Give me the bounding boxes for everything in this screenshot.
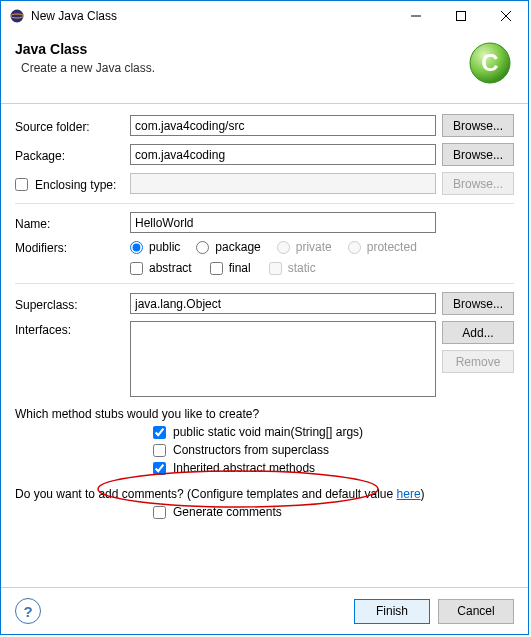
help-icon[interactable]: ?	[15, 598, 41, 624]
name-label: Name:	[15, 215, 130, 231]
stubs-question: Which method stubs would you like to cre…	[15, 407, 514, 421]
close-button[interactable]	[483, 1, 528, 31]
maximize-button[interactable]	[438, 1, 483, 31]
enclosing-type-label[interactable]: Enclosing type:	[15, 176, 130, 192]
separator	[15, 283, 514, 284]
superclass-input[interactable]	[130, 293, 436, 314]
modifier-public[interactable]: public	[130, 240, 180, 254]
minimize-button[interactable]	[393, 1, 438, 31]
interfaces-remove-button: Remove	[442, 350, 514, 373]
interfaces-add-button[interactable]: Add...	[442, 321, 514, 344]
separator	[15, 203, 514, 204]
enclosing-type-input	[130, 173, 436, 194]
modifier-final[interactable]: final	[210, 261, 251, 275]
generate-comments[interactable]: Generate comments	[153, 505, 514, 519]
class-icon: C	[466, 39, 514, 90]
superclass-label: Superclass:	[15, 296, 130, 312]
finish-button[interactable]: Finish	[354, 599, 430, 624]
stub-main[interactable]: public static void main(String[] args)	[153, 425, 514, 439]
package-label: Package:	[15, 147, 130, 163]
dialog-window: New Java Class Java Class Create a new J…	[0, 0, 529, 635]
modifier-static: static	[269, 261, 316, 275]
svg-text:C: C	[481, 49, 498, 76]
banner: Java Class Create a new Java class. C	[1, 31, 528, 104]
interfaces-list[interactable]	[130, 321, 436, 397]
comments-question: Do you want to add comments? (Configure …	[15, 487, 514, 501]
enclosing-type-checkbox[interactable]	[15, 178, 28, 191]
eclipse-icon	[9, 8, 25, 24]
modifier-abstract[interactable]: abstract	[130, 261, 192, 275]
svg-point-0	[11, 10, 24, 23]
package-browse-button[interactable]: Browse...	[442, 143, 514, 166]
window-title: New Java Class	[31, 9, 393, 23]
interfaces-label: Interfaces:	[15, 321, 130, 337]
configure-link[interactable]: here	[397, 487, 421, 501]
banner-subheading: Create a new Java class.	[15, 61, 514, 75]
source-folder-label: Source folder:	[15, 118, 130, 134]
package-input[interactable]	[130, 144, 436, 165]
content-area: Source folder: Browse... Package: Browse…	[1, 104, 528, 587]
modifier-protected: protected	[348, 240, 417, 254]
svg-rect-3	[456, 12, 465, 21]
enclosing-type-browse-button: Browse...	[442, 172, 514, 195]
superclass-browse-button[interactable]: Browse...	[442, 292, 514, 315]
modifier-package[interactable]: package	[196, 240, 260, 254]
cancel-button[interactable]: Cancel	[438, 599, 514, 624]
modifier-private: private	[277, 240, 332, 254]
name-input[interactable]	[130, 212, 436, 233]
button-bar: ? Finish Cancel	[1, 587, 528, 634]
stub-constructors[interactable]: Constructors from superclass	[153, 443, 514, 457]
modifiers-label: Modifiers:	[15, 239, 130, 255]
banner-heading: Java Class	[15, 41, 514, 57]
source-folder-input[interactable]	[130, 115, 436, 136]
stub-inherited[interactable]: Inherited abstract methods	[153, 461, 514, 475]
source-folder-browse-button[interactable]: Browse...	[442, 114, 514, 137]
titlebar: New Java Class	[1, 1, 528, 31]
